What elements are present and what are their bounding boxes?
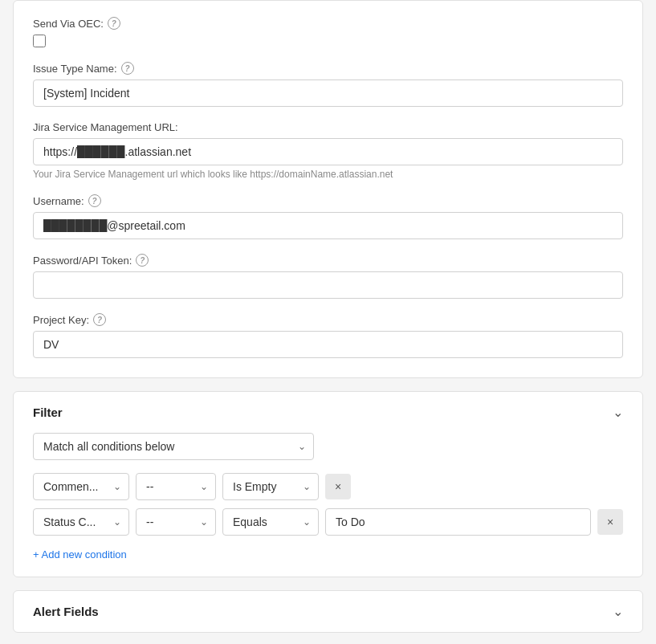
condition-row-1: Commen... ⌄ -- ⌄ Is Empty ⌄: [33, 473, 623, 500]
page-wrapper: Send Via OEC: ? Issue Type Name: ? Jira …: [0, 0, 656, 633]
issue-type-name-group: Issue Type Name: ?: [33, 62, 623, 107]
filter-section-body: Match all conditions below Match any con…: [14, 433, 642, 577]
condition-1-operator-wrapper: Is Empty ⌄: [222, 473, 319, 500]
condition-2-remove-icon: ×: [607, 516, 613, 528]
project-key-help-icon[interactable]: ?: [93, 313, 106, 326]
condition-2-operator-wrapper: Equals ⌄: [222, 508, 319, 536]
send-via-oec-label: Send Via OEC: ?: [33, 17, 623, 30]
jira-url-group: Jira Service Management URL: Your Jira S…: [33, 121, 623, 180]
project-key-input[interactable]: [33, 331, 623, 358]
alert-fields-title: Alert Fields: [33, 605, 99, 618]
filter-chevron-icon: ⌄: [613, 405, 623, 420]
condition-1-remove-button[interactable]: ×: [325, 474, 351, 499]
password-help-icon[interactable]: ?: [136, 254, 149, 267]
condition-2-modifier-wrapper: -- ⌄: [136, 508, 216, 536]
project-key-group: Project Key: ?: [33, 313, 623, 358]
condition-2-field-wrapper: Status C... ⌄: [33, 508, 129, 536]
match-condition-select-wrapper: Match all conditions below Match any con…: [33, 433, 314, 460]
settings-card: Send Via OEC: ? Issue Type Name: ? Jira …: [13, 0, 643, 378]
match-condition-select[interactable]: Match all conditions below Match any con…: [33, 433, 314, 460]
jira-url-label: Jira Service Management URL:: [33, 121, 623, 133]
alert-fields-chevron-icon: ⌄: [613, 604, 623, 619]
filter-section: Filter ⌄ Match all conditions below Matc…: [13, 391, 643, 577]
condition-1-modifier-wrapper: -- ⌄: [136, 473, 216, 500]
condition-2-operator-select[interactable]: Equals: [222, 508, 319, 536]
jira-url-input[interactable]: [33, 138, 623, 165]
password-input[interactable]: [33, 271, 623, 299]
alert-fields-section: Alert Fields ⌄: [13, 590, 643, 633]
send-via-oec-group: Send Via OEC: ?: [33, 17, 623, 47]
condition-2-modifier-select[interactable]: --: [136, 508, 216, 536]
condition-1-remove-icon: ×: [335, 480, 341, 493]
username-help-icon[interactable]: ?: [88, 194, 101, 207]
filter-section-header[interactable]: Filter ⌄: [14, 392, 642, 433]
condition-1-field-select[interactable]: Commen...: [33, 473, 129, 500]
password-group: Password/API Token: ?: [33, 254, 623, 299]
username-input[interactable]: [33, 212, 623, 239]
condition-2-remove-button[interactable]: ×: [597, 509, 623, 535]
alert-fields-header[interactable]: Alert Fields ⌄: [14, 591, 642, 632]
add-condition-button[interactable]: + Add new condition: [33, 548, 127, 560]
send-via-oec-checkbox[interactable]: [33, 35, 46, 47]
condition-1-field-wrapper: Commen... ⌄: [33, 473, 129, 500]
issue-type-name-help-icon[interactable]: ?: [121, 62, 134, 75]
condition-1-operator-select[interactable]: Is Empty: [222, 473, 319, 500]
project-key-label: Project Key: ?: [33, 313, 623, 326]
filter-section-title: Filter: [33, 406, 63, 419]
issue-type-name-label: Issue Type Name: ?: [33, 62, 623, 75]
send-via-oec-checkbox-wrapper: [33, 35, 623, 47]
condition-2-field-select[interactable]: Status C...: [33, 508, 129, 536]
send-via-oec-help-icon[interactable]: ?: [108, 17, 120, 30]
condition-1-modifier-select[interactable]: --: [136, 473, 216, 500]
issue-type-name-input[interactable]: [33, 79, 623, 107]
username-group: Username: ?: [33, 194, 623, 239]
condition-row-2: Status C... ⌄ -- ⌄ Equals ⌄: [33, 508, 623, 536]
match-dropdown-wrapper: Match all conditions below Match any con…: [33, 433, 623, 460]
password-label: Password/API Token: ?: [33, 254, 623, 267]
condition-2-value-input[interactable]: [325, 508, 591, 536]
jira-url-hint: Your Jira Service Management url which l…: [33, 169, 623, 180]
username-label: Username: ?: [33, 194, 623, 207]
